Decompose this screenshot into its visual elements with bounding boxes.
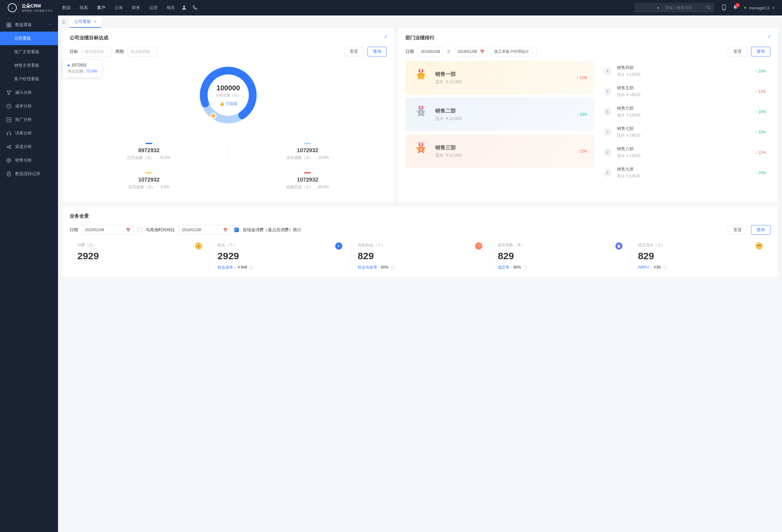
svg-rect-23 xyxy=(419,106,420,109)
rank-sub: 流水 ￥10,900 xyxy=(435,116,571,121)
sidebar-item-promo[interactable]: 推广主管看板 xyxy=(0,45,58,59)
rank-card[interactable]: 3 销售三部 流水 ￥10,900 ↓ 12% xyxy=(405,135,594,168)
svg-rect-7 xyxy=(9,25,11,27)
nav-data[interactable]: 数据 xyxy=(62,5,71,11)
rank-name: 销售一部 xyxy=(435,71,571,78)
stat-label: 已完成量（元）|70.9% xyxy=(70,155,228,161)
rank-name: 销售七部 xyxy=(617,126,750,132)
query-button[interactable]: 查询 xyxy=(751,47,771,57)
username: manager11 xyxy=(749,5,770,10)
rank-name: 销售五部 xyxy=(617,85,750,91)
kpi-cell: 🛡 有效机会（个） 829机会有效率：80%? xyxy=(350,243,490,270)
logo-icon: ⌂ xyxy=(8,3,17,12)
date-to[interactable]: 2018/01/08📅 xyxy=(455,47,487,57)
rank-row[interactable]: 7 销售七部 流水 ￥19020 ↑ 10% xyxy=(599,122,771,142)
search-icon[interactable] xyxy=(706,5,711,11)
mode-select[interactable]: 按工单客户经理统计⌄ xyxy=(491,47,536,57)
rank-sub: 流水 ￥19020 xyxy=(617,153,750,158)
search-input[interactable] xyxy=(665,5,704,10)
user-icon[interactable] xyxy=(181,5,187,11)
close-icon[interactable]: ✕ xyxy=(94,19,97,24)
rank-num: 9 xyxy=(603,169,612,177)
expand-icon[interactable]: ⤢ xyxy=(384,34,387,39)
query-button[interactable]: 查询 xyxy=(751,225,771,235)
svg-rect-24 xyxy=(422,106,423,109)
sidebar-item-flow[interactable]: 数据流转记录 xyxy=(0,167,58,181)
sidebar-group-dashboard[interactable]: 数据看板 ⌃ xyxy=(0,18,58,32)
sidebar-item-sales-analysis[interactable]: 销售分析 xyxy=(0,153,58,167)
svg-point-13 xyxy=(7,158,11,162)
target-select[interactable]: 请选择目标⌄ xyxy=(82,47,111,57)
reset-button[interactable]: 重置 xyxy=(728,47,747,57)
kpi-cell: ✈ 机会（个） 2929机会成本：￥948? xyxy=(210,243,350,270)
rank-row[interactable]: 9 销售九部 流水 ￥19020 ↑ 10% xyxy=(599,163,771,183)
rank-card[interactable]: 1 销售一部 流水 ￥10,900 ↓ 12% xyxy=(405,61,594,95)
rank-row[interactable]: 5 销售五部 流水 ￥19020 ↓ 12% xyxy=(599,81,771,102)
rank-num: 5 xyxy=(603,87,612,96)
compare-checkbox[interactable] xyxy=(137,227,142,232)
date-label: 日期 xyxy=(405,49,414,55)
sidebar-item-company[interactable]: 公司看板 xyxy=(0,32,58,45)
trend: ↓ 12% xyxy=(576,149,587,153)
rank-row[interactable]: 8 销售八部 流水 ￥19020 ↓ 12% xyxy=(599,142,771,163)
sidebar-item-channel[interactable]: 渠道分析 xyxy=(0,140,58,153)
rank-row[interactable]: 6 销售六部 流水 ￥19020 ↑ 10% xyxy=(599,102,771,122)
kpi-value: 2929 xyxy=(218,251,342,261)
svg-point-11 xyxy=(9,145,11,146)
date-from[interactable]: 2018/01/08 xyxy=(418,47,443,57)
main-content: ☰ 公司看板 ✕ ⤢ 公司业绩目标达成 目标 请选择目标⌄ 周期 请选择周期⌄ xyxy=(58,15,782,532)
trend: ↓ 12% xyxy=(755,150,766,155)
headset-icon xyxy=(6,131,11,136)
logo[interactable]: ⌂ 云朵CRM 教育机构一站式服务云平台 xyxy=(8,3,52,12)
rank-sub: 流水 ￥10,900 xyxy=(435,152,571,158)
svg-rect-27 xyxy=(419,143,420,145)
period-select[interactable]: 请选择周期⌄ xyxy=(128,47,157,57)
sidebar-item-promo-analysis[interactable]: 推广分析 xyxy=(0,113,58,127)
panorama-date[interactable]: 2018/01/08📅 xyxy=(82,225,134,235)
sidebar-item-cost[interactable]: 成本分析 xyxy=(0,99,58,113)
user-menu[interactable]: manager11 ▾ xyxy=(744,5,774,10)
sidebar-item-visitor[interactable]: 访客分析 xyxy=(0,127,58,140)
sidebar-item-funnel[interactable]: 漏斗分析 xyxy=(0,86,58,99)
mobile-icon[interactable] xyxy=(722,4,726,11)
phone-icon[interactable] xyxy=(192,5,198,11)
target-title: 公司业绩目标达成 xyxy=(70,35,387,41)
expand-icon[interactable]: ⤢ xyxy=(768,34,771,39)
bell-icon[interactable]: 5 xyxy=(733,5,738,11)
stat-value: 8972932 xyxy=(70,147,228,154)
compare-date[interactable]: 2018/01/08📅 xyxy=(179,225,230,235)
rank-row[interactable]: 4 销售四部 流水 ￥19020 ↑ 10% xyxy=(599,61,771,81)
nav-finance[interactable]: 财务 xyxy=(132,5,140,11)
rank-name: 销售四部 xyxy=(617,65,750,71)
rank-name: 销售六部 xyxy=(617,105,750,111)
help-icon[interactable]: ? xyxy=(663,265,667,270)
nav-leads[interactable]: 线索 xyxy=(80,5,88,11)
nav-customer[interactable]: 客户 xyxy=(97,5,105,11)
sidebar-item-sales[interactable]: 销售主管看板 xyxy=(0,59,58,72)
reset-button[interactable]: 重置 xyxy=(344,47,364,57)
achieved-badge: 👍 已达成 xyxy=(219,101,237,106)
rank-card[interactable]: 2 销售二部 流水 ￥10,900 ↑ 10% xyxy=(405,98,594,131)
cash-checkbox[interactable] xyxy=(234,227,239,232)
rank-name: 销售三部 xyxy=(435,144,571,151)
sidebar-item-manager[interactable]: 客户经理看板 xyxy=(0,72,58,86)
reset-button[interactable]: 重置 xyxy=(728,225,747,235)
help-icon[interactable]: ? xyxy=(249,265,253,270)
svg-point-3 xyxy=(724,9,724,9)
medal-icon: 1 xyxy=(413,69,429,86)
query-button[interactable]: 查询 xyxy=(367,47,387,57)
stat-bar xyxy=(304,172,311,174)
svg-text:1: 1 xyxy=(420,74,422,78)
search-type-select[interactable]: 手机号码 xyxy=(638,5,655,11)
kpi-value: 829 xyxy=(358,251,483,261)
help-icon[interactable]: ? xyxy=(391,265,395,270)
nav-public[interactable]: 公海 xyxy=(114,5,123,11)
menu-icon[interactable]: ☰ xyxy=(62,20,66,25)
tab-company-board[interactable]: 公司看板 ✕ xyxy=(70,16,101,28)
nav-ops[interactable]: 运营 xyxy=(149,5,157,11)
chevron-up-icon: ⌃ xyxy=(49,23,51,27)
kpi-label: 成交流水（元） xyxy=(638,243,763,248)
nav-signup[interactable]: 报名 xyxy=(167,5,175,11)
logo-sub: 教育机构一站式服务云平台 xyxy=(22,9,52,12)
help-icon[interactable]: ? xyxy=(523,265,527,270)
